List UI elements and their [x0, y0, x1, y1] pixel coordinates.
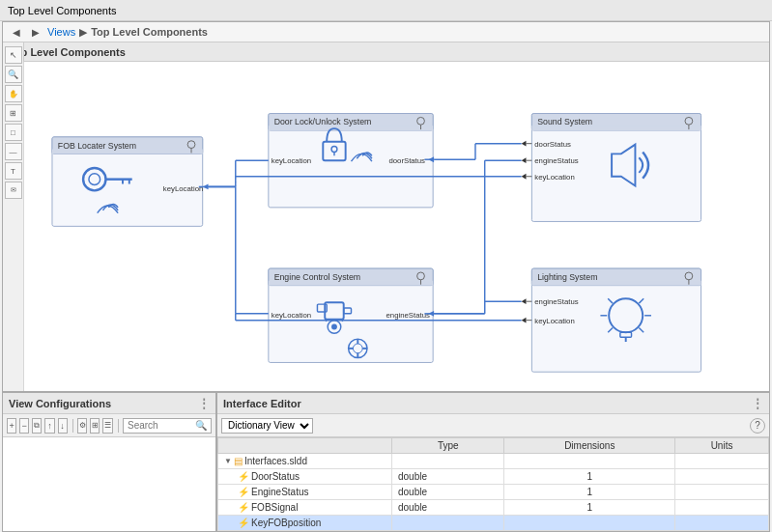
add-btn[interactable]: +	[7, 418, 16, 434]
table-row[interactable]: ▼ ▤ Interfaces.sldd	[218, 454, 769, 469]
title-bar: Top Level Components	[0, 0, 772, 21]
interface-table-container: Type Dimensions Units ▼ ▤	[217, 437, 769, 531]
layout2-btn[interactable]: ☰	[102, 418, 112, 434]
interface-editor-panel: Interface Editor ⋮ Dictionary View ?	[215, 393, 769, 531]
svg-point-38	[331, 324, 337, 330]
svg-text:engineStatus: engineStatus	[534, 156, 578, 165]
col-type: Type	[392, 438, 504, 454]
search-icon: 🔍	[195, 420, 207, 431]
tree-row-fobsignal: ⚡ FOBSignal	[222, 501, 386, 514]
cell-type: double	[392, 469, 504, 485]
cell-dimensions: 1	[504, 485, 675, 500]
view-configurations-header: View Configurations ⋮	[3, 393, 215, 414]
view-configurations-panel: View Configurations ⋮ + − ⧉ ↑ ↓ ⚙ ⊞ ☰	[3, 393, 215, 531]
svg-text:engineStatus: engineStatus	[534, 297, 578, 306]
interface-editor-title: Interface Editor	[223, 398, 301, 409]
diagram-canvas: FOB Locater System	[3, 62, 769, 391]
forward-icon[interactable]: ▶	[28, 24, 43, 40]
cell-dimensions	[504, 454, 675, 469]
svg-text:keyLocation: keyLocation	[534, 173, 574, 182]
cell-units	[675, 454, 769, 469]
svg-text:Lighting System: Lighting System	[537, 272, 597, 282]
breadcrumb-current: Top Level Components	[91, 26, 208, 38]
svg-text:Engine Control System: Engine Control System	[274, 272, 361, 282]
expand-icon[interactable]: ▼	[224, 457, 232, 465]
breadcrumb-views[interactable]: Views	[47, 26, 75, 38]
svg-text:keyLocation: keyLocation	[272, 311, 311, 320]
view-config-menu[interactable]: ⋮	[198, 397, 210, 410]
tree-row-doorstatus: ⚡ DoorStatus	[222, 470, 386, 483]
up-btn[interactable]: ↑	[44, 418, 54, 434]
svg-text:Sound System: Sound System	[537, 118, 592, 127]
dict-view-select[interactable]: Dictionary View	[221, 418, 313, 434]
view-configurations-title: View Configurations	[9, 398, 111, 409]
svg-text:FOB Locater System: FOB Locater System	[58, 141, 136, 151]
svg-text:doorStatus: doorStatus	[534, 140, 571, 149]
tree-row-enginestatus: ⚡ EngineStatus	[222, 486, 386, 498]
title-bar-text: Top Level Components	[8, 5, 117, 16]
signal-icon: ⚡	[238, 518, 249, 528]
table-row[interactable]: ⚡ EngineStatus double 1	[218, 485, 769, 500]
cell-units	[675, 500, 769, 516]
down-btn[interactable]: ↓	[58, 418, 68, 434]
folder-icon: ▤	[234, 456, 243, 466]
table-row[interactable]: ⚡ FOBSignal double 1	[218, 500, 769, 516]
table-row[interactable]: ⚡ DoorStatus double 1	[218, 469, 769, 485]
signal-icon: ⚡	[238, 471, 249, 482]
search-box[interactable]: 🔍	[123, 418, 212, 434]
bottom-panel: View Configurations ⋮ + − ⧉ ↑ ↓ ⚙ ⊞ ☰	[3, 391, 769, 531]
interface-editor-menu[interactable]: ⋮	[752, 397, 763, 410]
breadcrumb-arrow: ▶	[79, 26, 87, 39]
settings-btn[interactable]: ⚙	[77, 418, 87, 434]
help-button[interactable]: ?	[750, 418, 765, 434]
row-label: EngineStatus	[251, 487, 309, 497]
row-label: Interfaces.sldd	[244, 456, 307, 466]
search-input[interactable]	[128, 420, 195, 431]
tree-row-keyfob: ⚡ KeyFOBposition	[222, 517, 386, 529]
col-units: Units	[675, 438, 769, 454]
cell-type	[392, 454, 504, 469]
cell-type: double	[392, 485, 504, 500]
cell-dimensions: 1	[504, 469, 675, 485]
svg-text:Door Lock/Unlock System: Door Lock/Unlock System	[274, 118, 372, 127]
signal-icon: ⚡	[238, 502, 249, 513]
cell-dimensions: 1	[504, 500, 675, 516]
breadcrumb: Views ▶ Top Level Components	[47, 26, 208, 39]
col-dimensions: Dimensions	[504, 438, 675, 454]
interface-table: Type Dimensions Units ▼ ▤	[217, 437, 769, 531]
remove-btn[interactable]: −	[19, 418, 29, 434]
row-label: DoorStatus	[251, 471, 300, 482]
col-name	[218, 438, 392, 454]
copy-btn[interactable]: ⧉	[32, 418, 42, 434]
tree-row-interfaces: ▼ ▤ Interfaces.sldd	[222, 455, 386, 467]
svg-text:engineStatus: engineStatus	[386, 311, 430, 320]
signal-icon: ⚡	[238, 487, 249, 497]
layout-btn[interactable]: ⊞	[90, 418, 100, 434]
svg-text:keyLocation: keyLocation	[534, 317, 574, 325]
row-label: KeyFOBposition	[251, 518, 321, 528]
back-icon[interactable]: ◀	[9, 24, 24, 40]
cell-dimensions	[504, 516, 675, 531]
view-config-tools: + − ⧉ ↑ ↓ ⚙ ⊞ ☰ 🔍	[3, 414, 215, 437]
cell-units	[675, 469, 769, 485]
cell-type	[392, 516, 504, 531]
interface-editor-header: Interface Editor ⋮	[217, 393, 769, 414]
main-toolbar: ◀ ▶ Views ▶ Top Level Components	[3, 22, 769, 42]
interface-editor-tools: Dictionary View ?	[217, 414, 769, 437]
cell-units	[675, 485, 769, 500]
diagram-header: Top Level Components	[9, 46, 126, 58]
cell-type: double	[392, 500, 504, 516]
diagram-section: Top Level Components ↖ 🔍 ✋ ⊞ □ — T ✉	[3, 42, 769, 391]
table-row[interactable]: ⚡ KeyFOBposition	[218, 516, 769, 531]
view-config-content	[3, 437, 215, 531]
row-label: FOBSignal	[251, 502, 298, 513]
cell-units	[675, 516, 769, 531]
svg-text:doorStatus: doorStatus	[388, 156, 425, 165]
svg-text:keyLocation: keyLocation	[163, 185, 203, 194]
svg-text:keyLocation: keyLocation	[272, 156, 311, 165]
